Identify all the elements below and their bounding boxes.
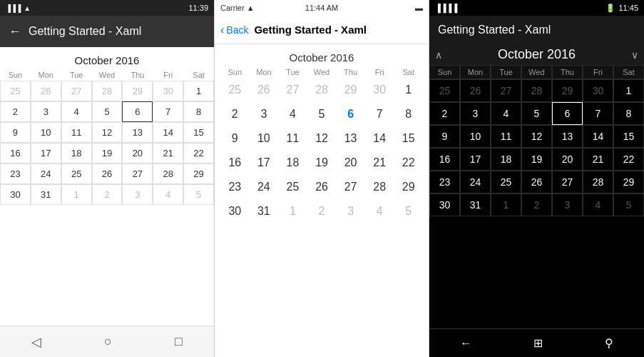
p1-cell[interactable]: 9 — [0, 122, 31, 143]
p3-cell[interactable]: 23 — [429, 171, 460, 193]
p1-back-nav-icon[interactable]: ◁ — [31, 334, 41, 350]
p1-cell[interactable]: 20 — [122, 143, 153, 164]
p3-next-month-button[interactable]: ∨ — [631, 49, 638, 61]
p3-cell[interactable]: 4 — [491, 102, 521, 125]
p1-cell[interactable]: 23 — [0, 164, 31, 184]
p3-cell[interactable]: 26 — [521, 171, 552, 193]
p3-cell[interactable]: 3 — [552, 193, 583, 216]
p1-cell[interactable]: 5 — [183, 184, 214, 205]
p2-cell[interactable]: 22 — [394, 151, 423, 175]
p3-cell[interactable]: 13 — [552, 125, 583, 148]
p3-cell[interactable]: 30 — [429, 193, 460, 216]
p3-cell[interactable]: 29 — [613, 171, 644, 193]
p2-cell[interactable]: 20 — [336, 151, 365, 175]
p3-cell[interactable]: 24 — [460, 171, 491, 193]
p2-cell[interactable]: 25 — [220, 78, 250, 102]
p1-cell[interactable]: 28 — [92, 81, 123, 101]
p3-cell[interactable]: 30 — [583, 79, 613, 102]
p3-cell[interactable]: 26 — [460, 79, 491, 102]
p3-cell[interactable]: 25 — [429, 79, 460, 102]
p2-cell[interactable]: 3 — [336, 199, 365, 223]
p1-cell[interactable]: 30 — [153, 81, 183, 101]
p2-today-cell[interactable]: 6 — [336, 102, 365, 126]
p1-cell[interactable]: 5 — [92, 101, 123, 122]
p2-cell[interactable]: 17 — [250, 151, 279, 175]
p1-cell[interactable]: 31 — [31, 184, 61, 205]
p2-cell[interactable]: 28 — [365, 175, 394, 199]
p2-cell[interactable]: 24 — [250, 175, 279, 199]
p3-cell[interactable]: 9 — [429, 125, 460, 148]
p1-cell[interactable]: 26 — [31, 81, 61, 101]
p1-cell[interactable]: 12 — [92, 122, 123, 143]
p2-cell[interactable]: 21 — [365, 151, 394, 175]
p1-cell[interactable]: 25 — [0, 81, 31, 101]
p3-cell[interactable]: 28 — [583, 171, 613, 193]
p3-cell[interactable]: 21 — [583, 148, 613, 171]
p3-home-nav-icon[interactable]: ⊞ — [533, 336, 543, 350]
p2-cell[interactable]: 28 — [307, 78, 337, 102]
p2-cell[interactable]: 4 — [278, 102, 307, 126]
p2-cell[interactable]: 26 — [307, 175, 337, 199]
p3-cell[interactable]: 16 — [429, 148, 460, 171]
p2-cell[interactable]: 2 — [220, 102, 250, 126]
p2-back-button[interactable]: ‹ Back — [220, 24, 248, 36]
p2-cell[interactable]: 26 — [250, 78, 279, 102]
p1-cell[interactable]: 26 — [92, 164, 123, 184]
p3-cell[interactable]: 11 — [491, 125, 521, 148]
p1-cell[interactable]: 30 — [0, 184, 31, 205]
p2-cell[interactable]: 9 — [220, 126, 250, 151]
p2-cell[interactable]: 25 — [278, 175, 307, 199]
p1-cell[interactable]: 10 — [31, 122, 61, 143]
p1-cell[interactable]: 27 — [61, 81, 92, 101]
p1-cell[interactable]: 21 — [153, 143, 183, 164]
p1-cell[interactable]: 29 — [122, 81, 153, 101]
p1-cell[interactable]: 18 — [61, 143, 92, 164]
p1-cell[interactable]: 3 — [122, 184, 153, 205]
p3-cell[interactable]: 14 — [583, 125, 613, 148]
p1-cell[interactable]: 3 — [31, 101, 61, 122]
p2-cell[interactable]: 29 — [394, 175, 423, 199]
p3-cell[interactable]: 8 — [613, 102, 644, 125]
p3-cell[interactable]: 31 — [460, 193, 491, 216]
p2-cell[interactable]: 12 — [307, 126, 337, 151]
p2-cell[interactable]: 27 — [336, 175, 365, 199]
p3-search-nav-icon[interactable]: ⚲ — [605, 336, 613, 350]
p2-cell[interactable]: 27 — [278, 78, 307, 102]
p2-cell[interactable]: 3 — [250, 102, 279, 126]
p3-cell[interactable]: 3 — [460, 102, 491, 125]
p1-recents-icon[interactable]: □ — [175, 334, 183, 349]
p2-cell[interactable]: 23 — [220, 175, 250, 199]
p2-cell[interactable]: 15 — [394, 126, 423, 151]
p1-cell[interactable]: 1 — [183, 81, 214, 101]
p1-home-icon[interactable]: ○ — [104, 334, 112, 349]
p1-cell[interactable]: 11 — [61, 122, 92, 143]
p1-cell[interactable]: 4 — [153, 184, 183, 205]
p2-cell[interactable]: 2 — [307, 199, 337, 223]
p2-cell[interactable]: 29 — [336, 78, 365, 102]
p3-cell[interactable]: 10 — [460, 125, 491, 148]
p1-cell[interactable]: 2 — [92, 184, 123, 205]
p3-cell[interactable]: 17 — [460, 148, 491, 171]
p3-cell[interactable]: 1 — [613, 79, 644, 102]
p1-cell[interactable]: 28 — [153, 164, 183, 184]
p2-cell[interactable]: 1 — [394, 78, 423, 102]
p1-cell[interactable]: 29 — [183, 164, 214, 184]
p1-cell[interactable]: 7 — [153, 101, 183, 122]
p2-cell[interactable]: 19 — [307, 151, 337, 175]
p1-today-cell[interactable]: 6 — [122, 101, 153, 122]
p3-cell[interactable]: 2 — [429, 102, 460, 125]
p3-cell[interactable]: 22 — [613, 148, 644, 171]
p1-cell[interactable]: 4 — [61, 101, 92, 122]
p2-cell[interactable]: 11 — [278, 126, 307, 151]
p3-cell[interactable]: 1 — [491, 193, 521, 216]
p2-cell[interactable]: 30 — [365, 78, 394, 102]
p3-cell[interactable]: 25 — [491, 171, 521, 193]
p1-cell[interactable]: 13 — [122, 122, 153, 143]
p3-back-nav-icon[interactable]: ← — [460, 337, 471, 350]
p2-cell[interactable]: 4 — [365, 199, 394, 223]
p2-cell[interactable]: 14 — [365, 126, 394, 151]
p2-cell[interactable]: 1 — [278, 199, 307, 223]
p3-today-cell[interactable]: 6 — [552, 102, 583, 125]
p1-cell[interactable]: 25 — [61, 164, 92, 184]
p3-cell[interactable]: 28 — [521, 79, 552, 102]
